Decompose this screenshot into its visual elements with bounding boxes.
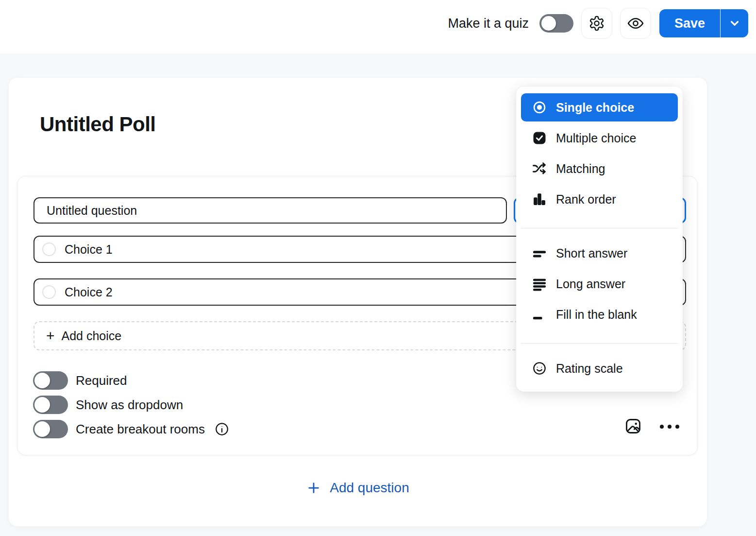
make-it-a-quiz-toggle[interactable] xyxy=(539,14,573,33)
menu-item-label: Matching xyxy=(556,162,605,176)
menu-item-label: Fill in the blank xyxy=(556,308,637,322)
add-question-button[interactable]: Add question xyxy=(9,477,707,499)
more-options-button[interactable] xyxy=(653,419,687,434)
menu-item-fill-in-the-blank[interactable]: Fill in the blank xyxy=(521,300,678,329)
question-title-value: Untitled question xyxy=(47,204,137,218)
save-dropdown-button[interactable] xyxy=(720,9,748,37)
plus-icon xyxy=(306,481,321,495)
poll-title[interactable]: Untitled Poll xyxy=(40,113,156,136)
add-choice-label: Add choice xyxy=(62,329,122,343)
menu-item-label: Long answer xyxy=(556,277,625,291)
toggle-knob xyxy=(34,421,50,437)
question-title-input[interactable]: Untitled question xyxy=(34,197,507,224)
smiley-icon xyxy=(532,361,547,376)
radio-icon xyxy=(532,100,547,115)
save-split-button: Save xyxy=(659,9,748,37)
bar-chart-icon xyxy=(532,192,547,207)
choice-label: Choice 2 xyxy=(65,285,113,299)
menu-item-label: Rating scale xyxy=(556,362,623,376)
show-as-dropdown-label: Show as dropdown xyxy=(76,398,183,413)
toggle-knob xyxy=(34,397,50,413)
shuffle-icon xyxy=(532,161,547,176)
menu-item-multiple-choice[interactable]: Multiple choice xyxy=(521,124,678,152)
breakout-rooms-toggle[interactable] xyxy=(33,420,68,438)
add-image-button[interactable] xyxy=(623,416,643,436)
long-answer-icon xyxy=(532,277,547,291)
poll-editor-page: Make it a quiz Save xyxy=(0,0,756,536)
underscore-icon xyxy=(532,307,547,322)
checkbox-icon xyxy=(532,131,547,145)
show-as-dropdown-toggle-row: Show as dropdown xyxy=(33,395,183,415)
menu-item-rank-order[interactable]: Rank order xyxy=(521,185,678,213)
menu-item-label: Multiple choice xyxy=(556,131,636,145)
short-answer-icon xyxy=(532,246,547,260)
chevron-down-icon xyxy=(728,17,741,30)
menu-item-rating-scale[interactable]: Rating scale xyxy=(521,354,678,382)
image-icon xyxy=(624,417,642,435)
menu-divider xyxy=(521,228,678,228)
plus-icon: + xyxy=(46,329,55,343)
radio-icon xyxy=(42,285,56,299)
toggle-knob xyxy=(34,373,50,388)
breakout-rooms-toggle-row: Create breakout rooms xyxy=(33,419,229,439)
required-toggle[interactable] xyxy=(33,371,68,390)
make-it-a-quiz-label: Make it a quiz xyxy=(448,16,529,31)
menu-item-label: Short answer xyxy=(556,246,627,260)
gear-icon xyxy=(588,15,605,32)
eye-icon xyxy=(627,15,644,32)
menu-item-label: Rank order xyxy=(556,192,616,207)
question-type-menu: Single choice Multiple choice xyxy=(516,86,683,392)
radio-icon xyxy=(42,242,56,256)
menu-item-short-answer[interactable]: Short answer xyxy=(521,239,678,267)
menu-item-label: Single choice xyxy=(556,101,634,115)
settings-button[interactable] xyxy=(581,8,612,39)
menu-item-matching[interactable]: Matching xyxy=(521,155,678,183)
menu-item-long-answer[interactable]: Long answer xyxy=(521,270,678,298)
menu-divider xyxy=(521,343,678,344)
choice-label: Choice 1 xyxy=(65,242,113,257)
add-question-label: Add question xyxy=(330,480,409,496)
breakout-rooms-label: Create breakout rooms xyxy=(76,422,205,437)
show-as-dropdown-toggle[interactable] xyxy=(33,396,68,414)
info-icon[interactable] xyxy=(215,422,229,436)
toggle-knob xyxy=(541,16,556,31)
menu-item-single-choice[interactable]: Single choice xyxy=(521,93,678,121)
preview-button[interactable] xyxy=(620,8,651,39)
required-toggle-row: Required xyxy=(33,371,127,390)
required-label: Required xyxy=(76,373,127,388)
save-button[interactable]: Save xyxy=(659,9,720,37)
top-bar: Make it a quiz Save xyxy=(0,0,756,53)
ellipsis-icon xyxy=(660,425,679,429)
